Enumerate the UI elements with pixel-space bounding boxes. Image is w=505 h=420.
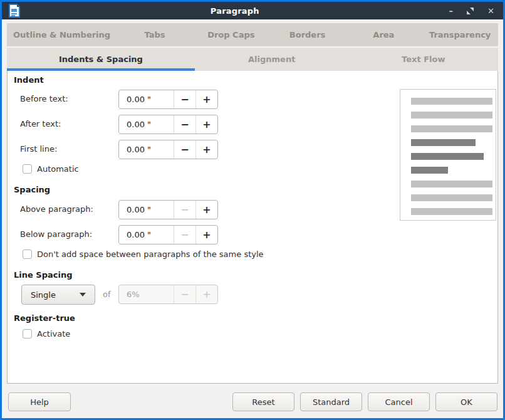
above-paragraph-value[interactable]: 0.00 " <box>119 201 174 219</box>
tab-area[interactable]: Area <box>345 23 422 46</box>
same-style-checkbox[interactable]: Don't add space between paragraphs of th… <box>23 249 264 259</box>
tab-transparency[interactable]: Transparency <box>422 23 498 46</box>
preview-bar <box>411 98 492 105</box>
above-paragraph-plus-icon[interactable]: + <box>195 201 217 219</box>
first-line-minus-icon[interactable]: − <box>174 140 195 159</box>
preview-bar <box>411 112 492 118</box>
paragraph-dialog: Paragraph – ✕ Outline & Numbering Tabs D… <box>0 0 505 420</box>
above-paragraph-minus-icon[interactable]: − <box>174 201 195 219</box>
tab-indents-spacing[interactable]: Indents & Spacing <box>7 48 195 71</box>
after-text-minus-icon[interactable]: − <box>174 115 195 134</box>
before-text-label: Before text: <box>20 94 68 103</box>
preview-bar <box>411 153 484 160</box>
automatic-checkbox[interactable]: Automatic <box>23 164 79 174</box>
automatic-checkbox-label: Automatic <box>37 164 79 174</box>
same-style-checkbox-box[interactable] <box>23 249 32 259</box>
before-text-plus-icon[interactable]: + <box>195 90 217 108</box>
first-line-plus-icon[interactable]: + <box>195 140 217 159</box>
line-spacing-plus-icon: + <box>195 285 217 303</box>
window-title: Paragraph <box>21 6 449 16</box>
after-text-plus-icon[interactable]: + <box>195 115 217 134</box>
help-button[interactable]: Help <box>8 392 71 411</box>
dialog-footer: Help Reset Standard Cancel OK <box>2 384 503 418</box>
first-line-value[interactable]: 0.00 " <box>119 140 174 159</box>
before-text-spinbox[interactable]: 0.00 " − + <box>118 90 218 109</box>
first-line-label: First line: <box>20 144 57 154</box>
after-text-value[interactable]: 0.00 " <box>119 115 174 134</box>
standard-button[interactable]: Standard <box>300 392 362 411</box>
restore-icon[interactable] <box>467 8 474 14</box>
below-paragraph-plus-icon[interactable]: + <box>195 226 217 244</box>
line-spacing-value-spinbox: 6% − + <box>118 285 218 304</box>
tab-tabs[interactable]: Tabs <box>117 23 193 46</box>
indent-section-header: Indent <box>14 75 44 85</box>
above-paragraph-spinbox[interactable]: 0.00 " − + <box>118 200 218 219</box>
same-style-checkbox-label: Don't add space between paragraphs of th… <box>37 249 264 259</box>
tab-row-primary: Indents & Spacing Alignment Text Flow <box>7 48 498 71</box>
line-spacing-minus-icon: − <box>174 285 195 303</box>
tab-text-flow[interactable]: Text Flow <box>349 48 498 71</box>
activate-checkbox-label: Activate <box>37 329 70 339</box>
tab-borders[interactable]: Borders <box>269 23 346 46</box>
before-text-minus-icon[interactable]: − <box>174 90 195 108</box>
spacing-section-header: Spacing <box>14 185 50 194</box>
preview-bar <box>411 139 476 146</box>
tab-indents-spacing-label: Indents & Spacing <box>59 55 143 64</box>
line-spacing-section-header: Line Spacing <box>14 270 73 280</box>
first-line-spinbox[interactable]: 0.00 " − + <box>118 140 218 159</box>
above-paragraph-label: Above paragraph: <box>20 204 93 214</box>
preview-bar <box>411 181 492 187</box>
preview-bar <box>411 125 492 132</box>
chevron-down-icon <box>80 293 86 297</box>
before-text-value[interactable]: 0.00 " <box>119 90 174 108</box>
below-paragraph-value[interactable]: 0.00 " <box>119 226 174 244</box>
line-spacing-selected: Single <box>31 290 56 300</box>
preview-bar <box>411 194 492 201</box>
indents-spacing-panel: Indent Before text: 0.00 " − + After tex… <box>7 71 498 384</box>
line-spacing-dropdown[interactable]: Single <box>21 285 95 305</box>
paragraph-preview <box>400 89 496 221</box>
preview-bar <box>411 208 492 215</box>
activate-checkbox[interactable]: Activate <box>23 329 70 339</box>
after-text-spinbox[interactable]: 0.00 " − + <box>118 115 218 134</box>
writer-document-icon <box>8 4 21 18</box>
minimize-icon[interactable]: – <box>449 7 454 15</box>
below-paragraph-spinbox[interactable]: 0.00 " − + <box>118 225 218 244</box>
after-text-label: After text: <box>20 119 61 129</box>
cancel-button[interactable]: Cancel <box>368 392 430 411</box>
of-label: of <box>103 290 111 299</box>
register-true-section-header: Register-true <box>14 313 75 323</box>
titlebar: Paragraph – ✕ <box>2 2 503 19</box>
ok-button[interactable]: OK <box>435 392 497 411</box>
close-icon[interactable]: ✕ <box>487 7 494 15</box>
below-paragraph-minus-icon[interactable]: − <box>174 226 195 244</box>
automatic-checkbox-box[interactable] <box>23 164 32 174</box>
tab-drop-caps[interactable]: Drop Caps <box>193 23 269 46</box>
activate-checkbox-box[interactable] <box>23 329 32 339</box>
preview-bar <box>411 167 448 174</box>
line-spacing-value: 6% <box>119 285 174 303</box>
tab-row-secondary: Outline & Numbering Tabs Drop Caps Borde… <box>7 23 498 46</box>
reset-button[interactable]: Reset <box>232 392 294 411</box>
below-paragraph-label: Below paragraph: <box>20 229 92 239</box>
notebook: Outline & Numbering Tabs Drop Caps Borde… <box>7 23 498 384</box>
tab-alignment[interactable]: Alignment <box>195 48 349 71</box>
tab-outline-numbering[interactable]: Outline & Numbering <box>7 23 117 46</box>
